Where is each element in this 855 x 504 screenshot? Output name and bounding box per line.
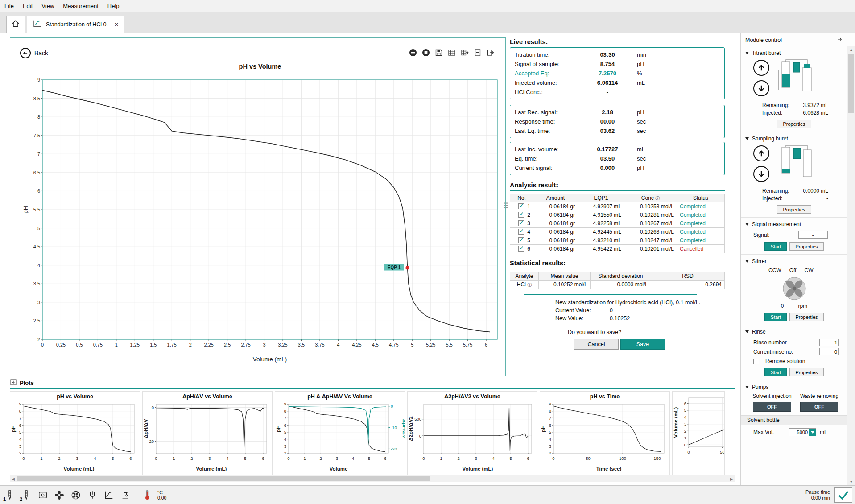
thumbnail-volume-vs-time[interactable]: 0501001500123456Time (sec)Volume (mL) — [672, 391, 725, 475]
stirrer-start-button[interactable]: Start — [764, 313, 787, 321]
menu-measurement[interactable]: Measurement — [58, 1, 103, 11]
back-button[interactable]: Back — [20, 48, 48, 58]
tab-standardization[interactable]: Standardization of HCl 0. ✕ — [27, 16, 124, 33]
drag-handle[interactable] — [504, 202, 508, 208]
sample-plate-icon[interactable] — [36, 488, 50, 502]
row-checkbox[interactable] — [518, 203, 524, 209]
svg-text:3: 3 — [475, 456, 477, 461]
home-tab-button[interactable] — [6, 16, 25, 33]
thumbnail-d2ph-dv2[interactable]: Δ2pH/ΔV2 vs Volume 01234565000Volume (mL… — [407, 391, 537, 475]
buret-1-icon[interactable]: 1 — [3, 488, 17, 502]
scroll-right-icon[interactable]: ▶ — [728, 477, 735, 481]
menu-edit[interactable]: Edit — [18, 1, 37, 11]
stand-icon[interactable] — [118, 488, 132, 502]
thumbnail-ph-and-dph-dv[interactable]: pH & ΔpH/ΔV Vs Volume 0123456234567890-1… — [275, 391, 405, 475]
main-content: Back pH vs Volume 00.250.50.7511.251.51.… — [0, 33, 855, 485]
thumbnail-dph-dv-vs-volume[interactable]: ΔpH/ΔV vs Volume 01234560-20Volume (mL)Δ… — [142, 391, 273, 475]
info-icon[interactable]: ⓘ — [655, 196, 660, 201]
remove-solution-checkbox[interactable] — [753, 359, 759, 364]
table-row[interactable]: 3 0.06184 gr4.92258 mL0.10267 mol/LCompl… — [510, 219, 725, 228]
svg-text:50: 50 — [586, 456, 591, 461]
table-row[interactable]: 5 0.06184 gr4.93210 mL0.10247 mol/LCompl… — [510, 236, 725, 245]
svg-text:0: 0 — [155, 456, 157, 461]
save-button[interactable]: Save — [620, 339, 665, 350]
menu-help[interactable]: Help — [103, 1, 124, 11]
confirm-button[interactable] — [834, 487, 852, 503]
table-row[interactable]: 4 0.06184 gr4.92445 mL0.10263 mol/LCompl… — [510, 228, 725, 236]
stop-icon[interactable] — [421, 48, 431, 58]
max-volume-select[interactable]: 5000 — [789, 428, 816, 436]
sampling-dispense-button[interactable] — [753, 166, 769, 182]
scrollbar-thumb[interactable] — [848, 54, 854, 113]
rinse-properties-button[interactable]: Properties — [789, 368, 823, 376]
table-row[interactable]: 6 0.06184 gr4.95422 mL0.10201 mol/LCance… — [510, 245, 725, 253]
thumb-chart: 0123456234567890-10-20VolumepHΔpH/ΔV — [275, 400, 405, 473]
menu-view[interactable]: View — [37, 1, 58, 11]
svg-text:9: 9 — [284, 401, 286, 406]
rinse-start-button[interactable]: Start — [764, 368, 787, 376]
table-icon[interactable] — [447, 48, 457, 58]
svg-text:3.75: 3.75 — [315, 342, 324, 347]
table-row[interactable]: 2 0.06184 gr4.91550 mL0.10281 mol/LCompl… — [510, 211, 725, 219]
signal-value-input[interactable] — [798, 231, 828, 239]
collapse-panel-icon[interactable] — [837, 36, 844, 44]
table-row[interactable]: 1 0.06184 gr4.92907 mL0.10253 mol/LCompl… — [510, 202, 725, 211]
module-scrollbar[interactable]: ▲ ▼ — [847, 46, 855, 485]
pause-icon[interactable] — [408, 48, 418, 58]
horizontal-scrollbar[interactable]: ◀ ▶ — [10, 475, 735, 482]
tab-close-icon[interactable]: ✕ — [114, 21, 119, 28]
row-checkbox[interactable] — [518, 220, 524, 226]
thumbnail-ph-vs-volume[interactable]: pH vs Volume 012345623456789Volume (mL)p… — [10, 391, 140, 475]
svg-text:2.25: 2.25 — [204, 342, 213, 347]
stirrer-ccw-option[interactable]: CCW — [768, 267, 781, 273]
save-icon[interactable] — [434, 48, 444, 58]
stirrer-cw-option[interactable]: CW — [804, 267, 813, 273]
current-rinse-input[interactable] — [819, 348, 839, 355]
titrant-buret-header[interactable]: Titrant buret — [741, 46, 847, 58]
titrant-dispense-button[interactable] — [753, 80, 769, 96]
row-checkbox[interactable] — [518, 246, 524, 252]
scrollbar-thumb[interactable] — [17, 476, 430, 481]
cancel-button[interactable]: Cancel — [574, 339, 619, 350]
stirrer-properties-button[interactable]: Properties — [789, 313, 823, 321]
svg-text:0: 0 — [41, 342, 44, 347]
pumps-header[interactable]: Pumps — [741, 380, 847, 392]
solvent-injection-toggle[interactable]: OFF — [753, 402, 791, 412]
scroll-left-icon[interactable]: ◀ — [10, 477, 17, 481]
row-checkbox[interactable] — [518, 229, 524, 235]
rinse-header[interactable]: Rinse — [741, 325, 847, 337]
thermometer-icon[interactable] — [140, 488, 154, 502]
svg-text:2: 2 — [320, 456, 322, 461]
export-table-icon[interactable] — [460, 48, 470, 58]
buret-2-icon[interactable]: 2 — [19, 488, 33, 502]
signal-measurement-header[interactable]: Signal measurement — [741, 218, 847, 229]
row-checkbox[interactable] — [518, 237, 524, 243]
stats-row[interactable]: HCl ⓘ 0.10252 mol/L 0.0003 mol/L 0.2694 — [510, 281, 725, 289]
curve-icon[interactable] — [102, 488, 116, 502]
svg-text:ΔpH/ΔV: ΔpH/ΔV — [143, 419, 149, 438]
info-icon[interactable]: ⓘ — [527, 282, 532, 287]
sampling-buret-header[interactable]: Sampling buret — [741, 132, 847, 144]
thumbnail-ph-vs-time[interactable]: pH vs Time 05010015023456789Time (sec)pH — [540, 391, 670, 475]
titrant-properties-button[interactable]: Properties — [777, 120, 811, 128]
scroll-up-icon[interactable]: ▲ — [847, 46, 855, 53]
stirrer-header[interactable]: Stirrer — [741, 255, 847, 266]
svg-text:4: 4 — [352, 456, 354, 461]
waste-removing-toggle[interactable]: OFF — [800, 402, 838, 412]
plots-collapse-icon[interactable] — [10, 379, 17, 387]
row-checkbox[interactable] — [518, 212, 524, 218]
signal-start-button[interactable]: Start — [764, 242, 787, 251]
stirrer-off-option[interactable]: Off — [789, 267, 797, 273]
report-icon[interactable] — [473, 48, 483, 58]
stirrer-icon[interactable] — [52, 488, 66, 502]
sampling-properties-button[interactable]: Properties — [777, 205, 811, 214]
signal-properties-button[interactable]: Properties — [789, 242, 823, 251]
menu-file[interactable]: File — [0, 1, 18, 11]
gripper-icon[interactable] — [85, 488, 99, 502]
rinse-number-input[interactable] — [819, 339, 839, 346]
pump-icon[interactable] — [69, 488, 83, 502]
send-report-icon[interactable] — [486, 48, 496, 58]
scroll-down-icon[interactable]: ▼ — [847, 479, 855, 485]
sampling-fill-button[interactable] — [753, 145, 769, 161]
titrant-fill-button[interactable] — [753, 60, 769, 76]
